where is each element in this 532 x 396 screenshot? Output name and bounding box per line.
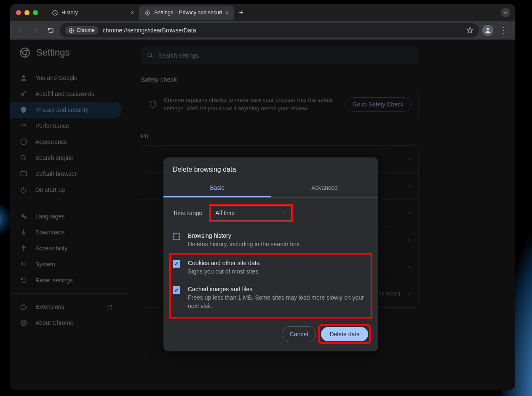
browser-icon bbox=[19, 170, 28, 178]
option-cache: Cached images and files Frees up less th… bbox=[173, 282, 369, 316]
key-icon bbox=[19, 90, 28, 98]
browser-toolbar: Chrome chrome://settings/clearBrowserDat… bbox=[10, 21, 515, 40]
chevron-right-icon: › bbox=[409, 155, 411, 162]
address-bar[interactable]: Chrome chrome://settings/clearBrowserDat… bbox=[60, 23, 479, 37]
checkbox-cache[interactable] bbox=[173, 286, 180, 294]
tab-strip: History × Settings – Privacy and securi … bbox=[46, 4, 515, 21]
back-button[interactable] bbox=[14, 24, 26, 36]
time-range-row: Time range All time bbox=[173, 205, 369, 221]
svg-point-3 bbox=[70, 29, 72, 31]
svg-point-15 bbox=[22, 322, 25, 324]
section-safety-check: Safety check bbox=[141, 76, 515, 83]
search-settings-input[interactable]: Search settings bbox=[141, 47, 419, 64]
dialog-actions: Cancel Delete data bbox=[163, 317, 378, 351]
tab-list-button[interactable] bbox=[501, 8, 510, 17]
new-tab-button[interactable]: + bbox=[234, 8, 249, 17]
maximize-window-button[interactable] bbox=[33, 10, 38, 15]
title-bar: History × Settings – Privacy and securi … bbox=[10, 4, 515, 21]
close-tab-icon[interactable]: × bbox=[225, 9, 229, 16]
divider bbox=[10, 203, 128, 203]
sidebar-item-extensions[interactable]: Extensions bbox=[10, 299, 122, 315]
option-browsing-history: Browsing history Deletes history, includ… bbox=[173, 228, 369, 255]
chrome-icon bbox=[69, 28, 74, 33]
sidebar-item-accessibility[interactable]: Accessibility bbox=[10, 240, 122, 256]
delete-data-button[interactable]: Delete data bbox=[321, 327, 368, 341]
chrome-icon bbox=[19, 319, 28, 327]
option-cookies: Cookies and other site data Signs you ou… bbox=[173, 255, 369, 282]
language-icon bbox=[19, 213, 28, 220]
speedometer-icon bbox=[19, 122, 28, 130]
sidebar-item-privacy[interactable]: Privacy and security bbox=[10, 102, 122, 118]
site-chip[interactable]: Chrome bbox=[65, 26, 99, 35]
svg-point-9 bbox=[21, 139, 27, 145]
checkbox-cookies[interactable] bbox=[173, 260, 180, 268]
delete-browsing-data-dialog: Delete browsing data Basic Advanced Time… bbox=[163, 157, 378, 351]
minimize-window-button[interactable] bbox=[24, 10, 29, 15]
svg-point-16 bbox=[148, 53, 152, 57]
delete-data-highlight: Delete data bbox=[320, 326, 369, 342]
sidebar-item-about[interactable]: About Chrome bbox=[10, 315, 122, 331]
svg-point-4 bbox=[487, 28, 489, 30]
svg-point-7 bbox=[22, 75, 25, 78]
history-icon bbox=[51, 9, 58, 16]
svg-point-8 bbox=[21, 93, 24, 96]
external-link-icon bbox=[107, 304, 113, 310]
url-text: chrome://settings/clearBrowserData bbox=[103, 27, 462, 34]
chevron-right-icon: › bbox=[409, 209, 411, 216]
extension-icon bbox=[19, 303, 28, 311]
svg-point-14 bbox=[21, 320, 27, 326]
close-window-button[interactable] bbox=[16, 10, 21, 15]
dropdown-icon bbox=[283, 211, 287, 215]
chevron-right-icon: › bbox=[409, 182, 411, 189]
section-privacy: Pri bbox=[141, 132, 515, 139]
power-icon bbox=[19, 186, 28, 194]
reset-icon bbox=[19, 276, 28, 284]
sidebar-item-you-and-google[interactable]: You and Google bbox=[10, 70, 122, 86]
time-range-label: Time range bbox=[173, 210, 202, 216]
checkbox-browsing-history[interactable] bbox=[173, 233, 180, 240]
svg-point-12 bbox=[23, 245, 24, 247]
go-to-safety-check-button[interactable]: Go to Safety Check bbox=[345, 97, 411, 112]
system-icon bbox=[19, 260, 28, 268]
cancel-button[interactable]: Cancel bbox=[282, 326, 316, 342]
settings-sidebar: You and Google Autofill and passwords Pr… bbox=[10, 40, 128, 390]
browser-menu-button[interactable]: ⋮ bbox=[497, 26, 511, 35]
svg-point-1 bbox=[147, 12, 148, 13]
tab-advanced[interactable]: Advanced bbox=[271, 179, 378, 197]
time-range-select[interactable]: All time bbox=[211, 205, 291, 221]
sidebar-item-appearance[interactable]: Appearance bbox=[10, 134, 122, 150]
person-icon bbox=[19, 74, 28, 82]
svg-rect-13 bbox=[21, 305, 25, 309]
tab-settings[interactable]: Settings – Privacy and securi × bbox=[139, 5, 234, 20]
sidebar-item-languages[interactable]: Languages bbox=[10, 208, 122, 224]
search-icon bbox=[147, 52, 154, 59]
dialog-tabs: Basic Advanced bbox=[163, 179, 378, 198]
chevron-right-icon: › bbox=[409, 263, 411, 270]
bookmark-icon[interactable] bbox=[466, 27, 474, 34]
sidebar-item-performance[interactable]: Performance bbox=[10, 118, 122, 134]
reload-button[interactable] bbox=[45, 24, 56, 36]
sidebar-item-autofill[interactable]: Autofill and passwords bbox=[10, 86, 122, 102]
sidebar-item-system[interactable]: System bbox=[10, 256, 122, 272]
dialog-title: Delete browsing data bbox=[163, 166, 378, 179]
sidebar-item-default-browser[interactable]: Default browser bbox=[10, 166, 122, 182]
sidebar-item-reset[interactable]: Reset settings bbox=[10, 272, 122, 288]
safety-check-card: Chrome regularly checks to make sure you… bbox=[141, 89, 419, 120]
shield-icon bbox=[19, 106, 28, 114]
tab-history[interactable]: History × bbox=[46, 5, 139, 20]
tab-title: Settings – Privacy and securi bbox=[154, 10, 222, 16]
forward-button[interactable] bbox=[29, 24, 41, 36]
download-icon bbox=[19, 229, 28, 236]
tab-basic[interactable]: Basic bbox=[163, 179, 271, 197]
sidebar-item-downloads[interactable]: Downloads bbox=[10, 224, 122, 240]
close-tab-icon[interactable]: × bbox=[131, 9, 134, 16]
gear-icon bbox=[144, 9, 151, 16]
shield-icon bbox=[149, 100, 157, 109]
page-content: Settings You and Google Autofill and pas… bbox=[10, 40, 515, 390]
palette-icon bbox=[19, 138, 28, 146]
sidebar-item-startup[interactable]: On start-up bbox=[10, 182, 122, 198]
profile-button[interactable] bbox=[482, 25, 493, 36]
window-controls bbox=[16, 10, 46, 15]
safety-check-text: Chrome regularly checks to make sure you… bbox=[164, 96, 339, 113]
sidebar-item-search-engine[interactable]: Search engine bbox=[10, 150, 122, 166]
